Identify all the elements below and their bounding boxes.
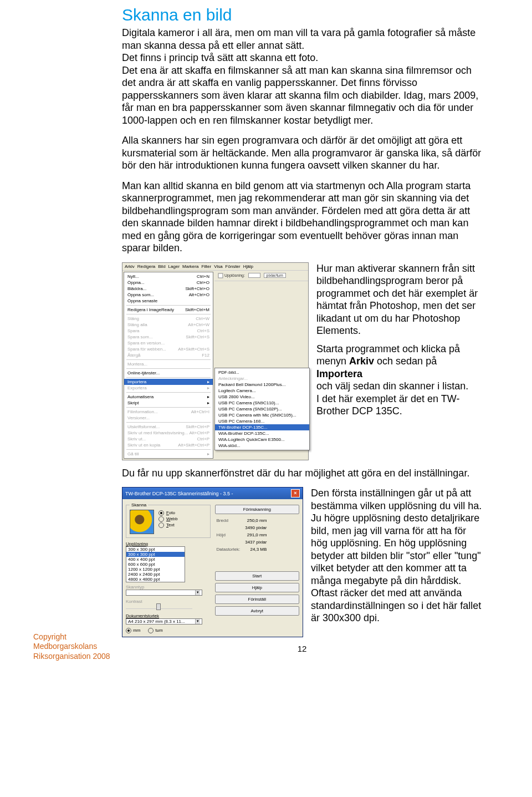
menu-item[interactable]: Spara en version...: [124, 340, 213, 346]
scantype-label: Skanntyp: [126, 585, 144, 590]
submenu-item[interactable]: USB PC Camera (SN9C110)...: [215, 400, 309, 406]
page-title: Skanna en bild: [122, 6, 482, 24]
prescan-button[interactable]: Förinskanning: [215, 505, 300, 514]
menubar-item[interactable]: Bild: [158, 264, 165, 269]
body-paragraph: Hur man aktiverar skannern från sitt bil…: [316, 262, 482, 337]
menu-item[interactable]: Skriv ut...Ctrl+P: [124, 436, 213, 442]
submenu-item[interactable]: USB PC Camera with Mic (SN9C105)...: [215, 412, 309, 418]
menu-item[interactable]: Spara som...Skift+Ctrl+S: [124, 334, 213, 340]
menu-item[interactable]: StängCtrl+W: [124, 316, 213, 322]
body-paragraph: Alla skanners har sin egen programvara o…: [122, 134, 482, 172]
menu-item[interactable]: Importera▸: [124, 379, 213, 385]
scantype-dropdown[interactable]: ▾: [126, 590, 202, 596]
resolution-option[interactable]: 600 x 600 ppt: [126, 562, 185, 567]
resolution-listbox[interactable]: 300 x 300 ppt300 x 300 ppt400 x 400 ppt6…: [126, 546, 185, 582]
hjälp-button[interactable]: Hjälp: [215, 583, 300, 592]
menu-item[interactable]: Öppna...Ctrl+O: [124, 280, 213, 286]
menu-item[interactable]: Versioner...: [124, 415, 213, 421]
menu-item[interactable]: Öppna senaste: [124, 298, 213, 304]
menu-item[interactable]: Öppna som...Alt+Ctrl+O: [124, 292, 213, 298]
submenu-item[interactable]: Packard Bell Diamond 1200Plus...: [215, 382, 309, 388]
resolution-option[interactable]: 1200 x 1200 ppt: [126, 567, 185, 572]
preview-thumbnail: [130, 510, 154, 534]
import-submenu: PDF-bild...Anteckningar...Packard Bell D…: [214, 368, 310, 450]
file-menu: Nytt...Ctrl+NÖppna...Ctrl+OBläddra...Ski…: [124, 272, 213, 459]
resolution-option[interactable]: 400 x 400 ppt: [126, 557, 185, 562]
menu-item[interactable]: Nytt...Ctrl+N: [124, 273, 213, 280]
body-paragraph: Digitala kameror i all ära, men om man v…: [122, 27, 482, 126]
menu-item[interactable]: Redigera i ImageReadySkift+Ctrl+M: [124, 307, 213, 313]
menubar-item[interactable]: Hjälp: [243, 264, 253, 269]
submenu-item[interactable]: TW-Brother DCP-135C...: [215, 424, 309, 430]
submenu-item[interactable]: WIA-stöd...: [215, 443, 309, 449]
resolution-option[interactable]: 2400 x 2400 ppt: [126, 572, 185, 577]
submenu-item[interactable]: WIA-Brother DCP-135C...: [215, 430, 309, 436]
resolution-option[interactable]: 4800 x 4800 ppt: [126, 577, 185, 582]
unit-radio[interactable]: tum: [148, 628, 162, 633]
resolution-label: Upplösning: [126, 541, 211, 546]
options-bar: Upplösning: pixlar/tum: [214, 271, 308, 281]
body-paragraph: Starta programmet och klicka på menyn Ar…: [316, 343, 482, 418]
menu-item[interactable]: SparaCtrl+S: [124, 328, 213, 334]
docsize-label: Dokumentstorlek: [126, 613, 159, 618]
submenu-item[interactable]: Anteckningar...: [215, 375, 309, 382]
body-paragraph: Den första inställningen går ut på att b…: [311, 487, 482, 625]
menubar-item[interactable]: Fönster: [226, 264, 241, 269]
dialog-titlebar: TW-Brother DCP-135C Skannerinställning -…: [122, 488, 303, 499]
docsize-dropdown[interactable]: A4 210 x 297 mm (8.3 x 11...▾: [126, 618, 202, 625]
submenu-item[interactable]: USB PC Camera (SN9C102P)...: [215, 406, 309, 412]
menu-item[interactable]: Spara för webben...Alt+Skift+Ctrl+S: [124, 346, 213, 352]
scan-type-group: Skanna FotoWebbText: [126, 502, 211, 538]
menu-item[interactable]: Stäng allaAlt+Ctrl+W: [124, 322, 213, 328]
submenu-item[interactable]: WIA-Logitech QuickCam E3500...: [215, 436, 309, 443]
menu-item[interactable]: Filinformation...Alt+Ctrl+I: [124, 409, 213, 415]
scan-info-table: Bredd250,0 mm3490 pixlarHöjd291,0 mm3437…: [215, 516, 269, 554]
body-paragraph: Man kan alltid skanna en bild genom att …: [122, 180, 482, 255]
menu-item[interactable]: Online-tjänster...: [124, 370, 213, 376]
menubar-item[interactable]: Filter: [201, 264, 211, 269]
submenu-item[interactable]: Logitech Camera...: [215, 388, 309, 394]
submenu-item[interactable]: USB PC Camera-168...: [215, 418, 309, 424]
menubar-item[interactable]: Arkiv: [125, 264, 135, 269]
förinställ-button[interactable]: Förinställ: [215, 595, 300, 604]
body-paragraph: Du får nu upp skannerfönstret där du har…: [122, 467, 482, 480]
footer-copyright: Copyright Medborgarskolans Riksorganisat…: [33, 632, 110, 662]
menubar: ArkivRedigeraBildLagerMarkeraFilterVisaF…: [122, 263, 308, 271]
menu-item[interactable]: Montera...: [124, 361, 213, 367]
unit-radio[interactable]: mm: [126, 628, 140, 633]
menubar-item[interactable]: Visa: [214, 264, 222, 269]
menubar-item[interactable]: Redigera: [137, 264, 155, 269]
menu-item[interactable]: Bläddra...Skift+Ctrl+O: [124, 286, 213, 292]
menu-item[interactable]: Skriv ut med förhandsvisning...Alt+Ctrl+…: [124, 430, 213, 436]
submenu-item[interactable]: USB 2800 Video...: [215, 394, 309, 400]
close-icon[interactable]: ×: [291, 489, 300, 498]
photoshop-menu-screenshot: ArkivRedigeraBildLagerMarkeraFilterVisaF…: [122, 262, 309, 460]
menubar-item[interactable]: Lager: [168, 264, 180, 269]
menu-item[interactable]: Automatisera▸: [124, 394, 213, 400]
page-number: 12: [122, 644, 482, 653]
scanner-dialog-screenshot: TW-Brother DCP-135C Skannerinställning -…: [122, 487, 303, 637]
menu-item[interactable]: Utskriftsformat...Skift+Ctrl+P: [124, 424, 213, 430]
avbryt-button[interactable]: Avbryt: [215, 606, 300, 616]
menu-item[interactable]: Gå till▸: [124, 451, 213, 457]
unit-radios[interactable]: mmtum: [126, 628, 211, 633]
menu-item[interactable]: ÅtergåF12: [124, 352, 213, 358]
resolution-option[interactable]: 300 x 300 ppt: [126, 552, 185, 557]
contrast-label: Kontrast: [126, 599, 142, 604]
menu-item[interactable]: Skript▸: [124, 400, 213, 406]
menu-item[interactable]: Exportera▸: [124, 385, 213, 391]
menu-item[interactable]: Skriv ut en kopiaAlt+Skift+Ctrl+P: [124, 442, 213, 448]
menubar-item[interactable]: Markera: [182, 264, 198, 269]
submenu-item[interactable]: PDF-bild...: [215, 369, 309, 375]
start-button[interactable]: Start: [215, 571, 300, 581]
svg-rect-0: [218, 273, 223, 278]
resolution-option[interactable]: 300 x 300 ppt: [126, 547, 185, 552]
